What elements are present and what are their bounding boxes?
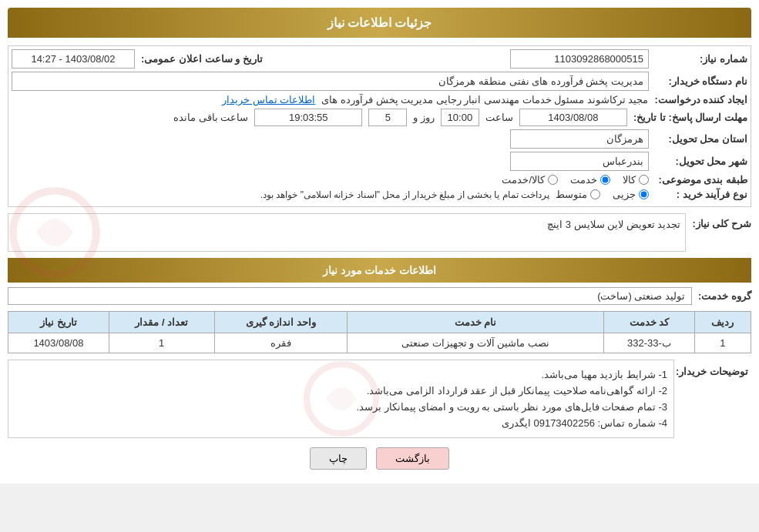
responseDeadline-label: مهلت ارسال پاسخ: تا تاریخ: [633,112,747,123]
purchaseType-note: پرداخت تمام یا بخشی از مبلغ خریدار از مح… [260,189,549,200]
purchaseType-radio-jozi[interactable] [639,189,649,199]
buyerNotes-label: توضیحات خریدار: [674,360,751,438]
response-deadline-row: مهلت ارسال پاسخ: تا تاریخ: 1403/08/08 سا… [12,109,747,126]
needNumber-value: 1103092868000515 [510,49,649,69]
table-cell-name: نصب ماشین آلات و تجهیزات صنعتی [348,333,604,353]
col-unit: واحد اندازه گیری [214,312,347,333]
delivery-city-row: شهر محل تحویل: بندرعباس [12,152,747,171]
service-table: ردیف کد خدمت نام خدمت واحد اندازه گیری ت… [8,311,751,353]
button-row: بازگشت چاپ [8,447,751,470]
general-description-section: شرح کلی نیاز: تجدید تعویض لاین سلایس 3 ا… [8,213,751,252]
purchase-type-row: نوع فرآیند خرید : متوسط جزیی پرداخت تمام… [12,189,747,200]
need-number-row: شماره نیاز: 1103092868000515 تاریخ و ساع… [12,49,747,69]
list-item: 4- شماره تماس: 09173402256 ایگدری [15,415,667,431]
category-label-kala-khedmat: کالا/خدمت [502,174,545,186]
col-date: تاریخ نیاز [8,312,109,333]
list-item: 3- تمام صفحات فایل‌های مورد نظر باستی به… [15,399,667,415]
category-radio-kala-khedmat[interactable] [548,175,558,185]
announceDate-value: 1403/08/02 - 14:27 [12,49,135,69]
creator-name: مجید ترکاشوند مسئول خدمات مهندسی انبار ر… [321,94,648,105]
announceDate-label: تاریخ و ساعت اعلان عمومی: [141,53,263,65]
purchaseType-option-jozi: جزیی [613,189,649,200]
deliveryProvince-label: استان محل تحویل: [655,133,747,145]
generalDescription-section-label: شرح کلی نیاز: [692,213,751,229]
category-option-khedmat: خدمت [570,174,610,186]
table-cell-date: 1403/08/08 [8,333,109,353]
table-cell-quantity: 1 [109,333,214,353]
deliveryProvince-value: هرمزگان [510,129,649,149]
category-radio-kala[interactable] [639,175,649,185]
page-title: جزئیات اطلاعات نیاز [8,8,751,38]
responseRemaining-label: ساعت باقی مانده [173,112,248,123]
buyer-org-row: نام دستگاه خریدار: مدیریت پخش فرآورده ها… [12,72,747,91]
responseDays-label: روز و [413,112,435,123]
purchaseType-option-motavaset: متوسط [556,189,600,200]
back-button[interactable]: بازگشت [376,447,449,470]
responseTime-label: ساعت [485,112,513,123]
purchaseType-radio-motavaset[interactable] [590,189,600,199]
list-item: 2- ارائه گواهی‌نامه صلاحیت پیمانکار قبل … [15,383,667,399]
buyerNotes-content: 1- شرایط بازدید مهیا می‌باشد.2- ارائه گو… [8,360,674,438]
list-item: 1- شرایط بازدید مهیا می‌باشد. [15,366,667,383]
top-info-section: شماره نیاز: 1103092868000515 تاریخ و ساع… [8,45,751,207]
responseDate-value: 1403/08/08 [519,109,627,126]
service-group-row: گروه خدمت: تولید صنعتی (ساخت) [8,287,751,305]
delivery-province-row: استان محل تحویل: هرمزگان [12,129,747,149]
category-option-kala-khedmat: کالا/خدمت [502,174,558,186]
responseRemaining-value: 19:03:55 [254,109,362,126]
generalDescription-container: تجدید تعویض لاین سلایس 3 اینچ [8,213,686,252]
category-row: طبقه بندی موضوعی: کالا/خدمت خدمت کالا [12,174,747,186]
creator-label: ایجاد کننده درخواست: [654,94,747,105]
creator-row: ایجاد کننده درخواست: مجید ترکاشوند مسئول… [12,94,747,105]
table-cell-index: 1 [694,333,751,353]
purchaseType-label-jozi: جزیی [613,189,636,200]
category-radio-khedmat[interactable] [600,175,610,185]
responseTime-value: 10:00 [441,109,479,126]
category-radio-group: کالا/خدمت خدمت کالا [502,174,649,186]
category-option-kala: کالا [623,174,649,186]
deliveryCity-value: بندرعباس [510,152,649,171]
serviceGroup-value: تولید صنعتی (ساخت) [8,287,692,305]
col-name: نام خدمت [348,312,604,333]
print-button[interactable]: چاپ [310,447,367,470]
needNumber-label: شماره نیاز: [655,53,747,65]
responseDays-value: 5 [368,109,407,126]
deliveryCity-label: شهر محل تحویل: [655,156,747,167]
col-index: ردیف [694,312,751,333]
table-row: 1ب-33-332نصب ماشین آلات و تجهیزات صنعتیف… [8,333,751,353]
category-label-kala: کالا [623,174,636,186]
purchaseType-radio-group: متوسط جزیی [556,189,649,200]
generalDescription-value: تجدید تعویض لاین سلایس 3 اینچ [547,219,680,230]
col-quantity: تعداد / مقدار [109,312,214,333]
category-label: طبقه بندی موضوعی: [655,174,747,186]
purchaseType-label-motavaset: متوسط [556,189,587,200]
buyer-notes-section: توضیحات خریدار: 1- شرایط بازدید مهیا می‌… [8,360,751,438]
services-section-title: اطلاعات خدمات مورد نیاز [8,258,751,283]
col-code: کد خدمت [604,312,695,333]
page-container: جزئیات اطلاعات نیاز شماره نیاز: 11030928… [0,0,759,483]
serviceGroup-label: گروه خدمت: [698,290,751,302]
category-label-khedmat: خدمت [570,174,597,186]
buyer-notes-list: 1- شرایط بازدید مهیا می‌باشد.2- ارائه گو… [15,366,667,431]
buyerOrg-label: نام دستگاه خریدار: [655,75,747,87]
table-cell-unit: فقره [214,333,347,353]
buyerOrg-value: مدیریت پخش فرآورده های نفتی منطقه هرمزگا… [12,72,649,91]
purchaseType-label: نوع فرآیند خرید : [655,189,747,200]
creator-link[interactable]: اطلاعات تماس خریدار [222,94,315,105]
table-cell-code: ب-33-332 [604,333,695,353]
